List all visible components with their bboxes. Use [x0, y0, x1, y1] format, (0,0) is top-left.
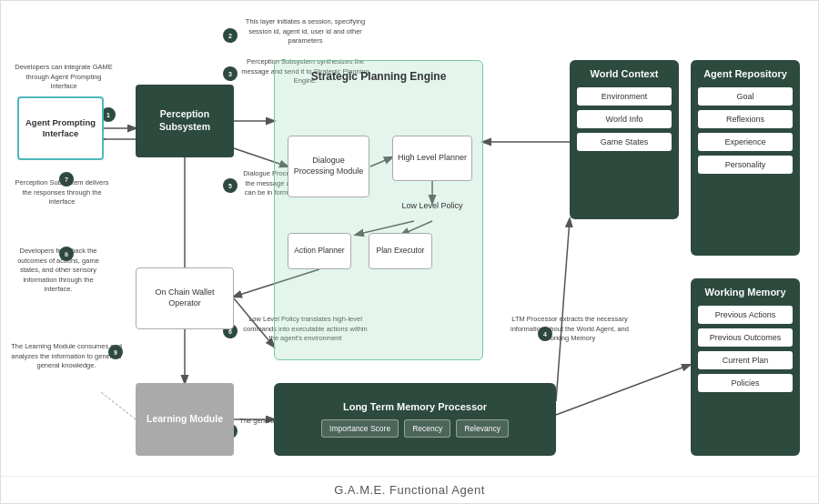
ltm-items: Importance Score Recency Relevancy — [321, 419, 509, 438]
plan-executor: Plan Executor — [369, 233, 432, 269]
annotation-1: Developers can integrate GAME through Ag… — [14, 63, 114, 92]
diagram-area: 1 2 3 4 5 6 7 8 9 10 Developers can inte… — [1, 1, 818, 476]
annotation-2: This layer initiates a session, specifyi… — [239, 17, 371, 46]
world-context-environment: Environment — [577, 87, 672, 106]
action-planner: Action Planner — [288, 233, 351, 269]
strategic-planning-engine: Strategic Planning Engine — [274, 60, 483, 360]
agent-repository-experience: Experience — [698, 133, 793, 151]
annotation-9: The Learning Module consumes and analyze… — [8, 342, 125, 371]
world-context-game-states: Game States — [577, 133, 672, 151]
working-memory-title: Working Memory — [698, 286, 793, 298]
perception-subsystem: Perception Subsystem — [136, 85, 234, 157]
agent-repository-reflexions: Reflexions — [698, 110, 793, 128]
agent-repository: Agent Repository Goal Reflexions Experie… — [691, 60, 800, 256]
high-level-planner: High Level Planner — [392, 136, 472, 181]
ltm-processor: Long Term Memory Processor Importance Sc… — [274, 383, 556, 456]
working-memory-policies: Policies — [698, 374, 793, 392]
world-context-world-info: World Info — [577, 110, 672, 128]
working-memory-previous-actions: Previous Actions — [698, 306, 793, 324]
working-memory-current-plan: Current Plan — [698, 351, 793, 369]
annotation-4: LTM Processor extracts the necessary inf… — [506, 315, 633, 344]
diagram-container: 1 2 3 4 5 6 7 8 9 10 Developers can inte… — [0, 0, 819, 504]
ltm-item-importance: Importance Score — [321, 419, 399, 438]
step-5: 5 — [223, 178, 238, 193]
svg-line-15 — [101, 392, 136, 419]
on-chain-wallet-operator: On Chain Wallet Operator — [136, 267, 234, 329]
step-2: 2 — [223, 28, 238, 43]
low-level-policy: Low Level Policy — [392, 201, 472, 210]
svg-line-10 — [556, 365, 690, 415]
annotation-8: Developers feed back the outcomes of act… — [8, 247, 108, 295]
svg-line-11 — [556, 219, 570, 401]
strategic-planning-title: Strategic Planning Engine — [275, 61, 482, 87]
ltm-item-recency: Recency — [404, 419, 450, 438]
agent-repository-goal: Goal — [698, 87, 793, 106]
world-context: World Context Environment World Info Gam… — [570, 60, 679, 219]
working-memory-previous-outcomes: Previous Outcomes — [698, 328, 793, 347]
agent-repository-personality: Personality — [698, 156, 793, 174]
diagram-title: G.A.M.E. Functional Agent — [1, 476, 818, 503]
annotation-7: Perception Subsystem delivers the respon… — [12, 178, 112, 207]
agent-prompting-interface: Agent Prompting Interface — [17, 96, 104, 160]
ltm-item-relevancy: Relevancy — [456, 419, 509, 438]
step-3: 3 — [223, 66, 238, 81]
working-memory: Working Memory Previous Actions Previous… — [691, 278, 800, 456]
learning-module: Learning Module — [136, 383, 234, 456]
ltm-title: Long Term Memory Processor — [343, 401, 487, 412]
dialogue-processing-module: Dialogue Processing Module — [288, 136, 369, 197]
world-context-title: World Context — [577, 67, 672, 80]
agent-repository-title: Agent Repository — [698, 67, 793, 80]
